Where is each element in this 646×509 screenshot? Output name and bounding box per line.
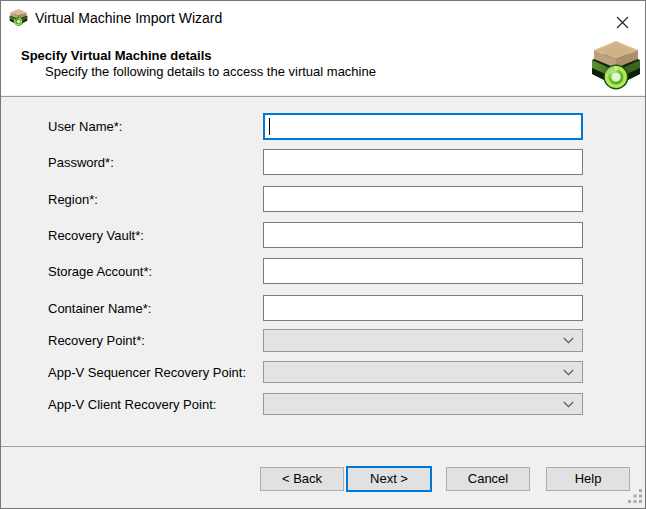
window-title: Virtual Machine Import Wizard xyxy=(35,10,222,26)
resize-grip[interactable] xyxy=(628,489,643,504)
input-storage-account[interactable] xyxy=(263,258,583,284)
back-button[interactable]: < Back xyxy=(260,467,344,491)
input-user-name[interactable] xyxy=(263,113,583,140)
close-icon xyxy=(616,16,629,29)
field-label-app-v-client-recovery-point: App-V Client Recovery Point: xyxy=(48,393,216,415)
input-container-name[interactable] xyxy=(263,295,583,321)
next-button[interactable]: Next > xyxy=(346,466,432,492)
cancel-button[interactable]: Cancel xyxy=(446,467,530,491)
input-recovery-vault[interactable] xyxy=(263,222,583,248)
input-password[interactable] xyxy=(263,149,583,175)
field-label-region: Region*: xyxy=(48,186,98,212)
wizard-window: Virtual Machine Import Wizard Specify Vi… xyxy=(0,0,646,509)
chevron-down-icon xyxy=(563,337,574,344)
field-label-user-name: User Name*: xyxy=(48,113,122,140)
dropdown-app-v-client-recovery-point[interactable] xyxy=(263,393,583,415)
close-button[interactable] xyxy=(610,10,634,34)
field-label-password: Password*: xyxy=(48,149,114,175)
chevron-down-icon xyxy=(563,369,574,376)
field-label-container-name: Container Name*: xyxy=(48,295,151,321)
field-label-recovery-vault: Recovery Vault*: xyxy=(48,222,144,248)
field-label-recovery-point: Recovery Point*: xyxy=(48,329,145,352)
header-title: Specify Virtual Machine details xyxy=(21,48,212,63)
text-caret xyxy=(269,118,270,135)
app-icon xyxy=(9,9,28,26)
header-subtitle: Specify the following details to access … xyxy=(45,64,376,79)
import-box-icon xyxy=(590,41,642,90)
footer-divider xyxy=(1,446,645,447)
help-button[interactable]: Help xyxy=(546,467,630,491)
field-label-app-v-sequencer-recovery-point: App-V Sequencer Recovery Point: xyxy=(48,361,246,383)
dropdown-app-v-sequencer-recovery-point[interactable] xyxy=(263,361,583,383)
dropdown-recovery-point[interactable] xyxy=(263,329,583,352)
input-region[interactable] xyxy=(263,186,583,212)
form-area: User Name*:Password*:Region*:Recovery Va… xyxy=(1,97,645,446)
title-bar: Virtual Machine Import Wizard Specify Vi… xyxy=(1,1,645,95)
field-label-storage-account: Storage Account*: xyxy=(48,258,152,284)
chevron-down-icon xyxy=(563,401,574,408)
